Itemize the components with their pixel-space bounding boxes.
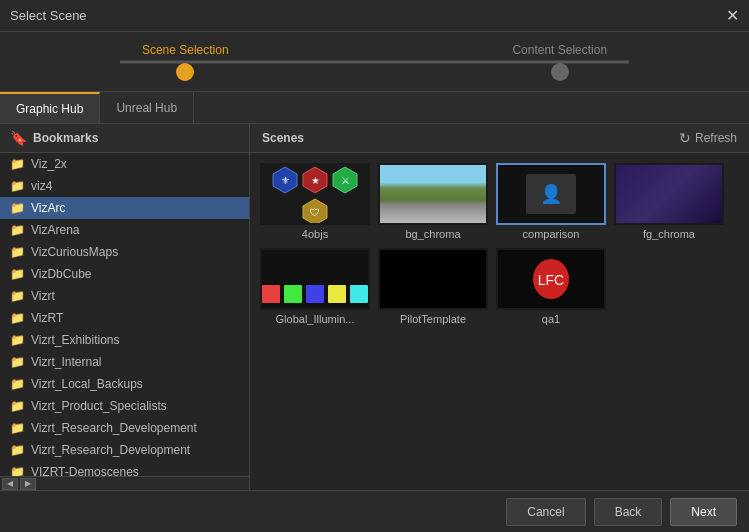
scene-thumb-PilotTemplate[interactable]: PilotTemplate <box>378 248 488 325</box>
sidebar-item-vizarc[interactable]: 📁VizArc <box>0 197 249 219</box>
scene-thumb-img-PilotTemplate <box>378 248 488 310</box>
tab-graphic-hub[interactable]: Graphic Hub <box>0 92 100 123</box>
sidebar-item-vizrt_local_backups[interactable]: 📁Vizrt_Local_Backups <box>0 373 249 395</box>
scenes-label: Scenes <box>262 131 304 145</box>
svg-text:LFC: LFC <box>538 272 564 288</box>
folder-icon: 📁 <box>10 267 25 281</box>
sidebar-scroll-bottom: ◀ ▶ <box>0 476 249 490</box>
tabs-bar: Graphic Hub Unreal Hub <box>0 92 749 124</box>
wizard-bar: Scene Selection Content Selection <box>0 32 749 92</box>
scene-thumb-Global_Illumin...[interactable]: Global_Illumin... <box>260 248 370 325</box>
scene-thumb-img-bg_chroma <box>378 163 488 225</box>
sidebar-item-vizrt[interactable]: 📁VizRT <box>0 307 249 329</box>
scene-thumb-img-4objs: ⚜ ★ ⚔ 🛡 <box>260 163 370 225</box>
folder-icon: 📁 <box>10 245 25 259</box>
scene-thumb-bg_chroma[interactable]: bg_chroma <box>378 163 488 240</box>
wizard-step-2-label: Content Selection <box>512 43 607 57</box>
folder-icon: 📁 <box>10 399 25 413</box>
sidebar-list: 📁Viz_2x📁viz4📁VizArc📁VizArena📁VizCuriousM… <box>0 153 249 476</box>
sidebar-header: 🔖 Bookmarks <box>0 124 249 153</box>
main-content: 🔖 Bookmarks 📁Viz_2x📁viz4📁VizArc📁VizArena… <box>0 124 749 490</box>
scene-thumb-label-qa1: qa1 <box>542 313 560 325</box>
scene-thumb-label-PilotTemplate: PilotTemplate <box>400 313 466 325</box>
scene-thumb-comparison[interactable]: 👤 comparison <box>496 163 606 240</box>
scroll-arrows: ◀ ▶ <box>2 478 36 490</box>
scenes-grid: ⚜ ★ ⚔ 🛡 4objs bg_chroma 👤 comparison <box>250 153 749 490</box>
wizard-step-1-label: Scene Selection <box>142 43 229 57</box>
scene-thumb-img-qa1: LFC <box>496 248 606 310</box>
scene-thumb-img-Global_Illumin... <box>260 248 370 310</box>
sidebar-item-vizrt_research_developement[interactable]: 📁Vizrt_Research_Developement <box>0 417 249 439</box>
bookmark-icon: 🔖 <box>10 130 27 146</box>
footer: Cancel Back Next <box>0 490 749 532</box>
sidebar-item-vizcuriousmaps[interactable]: 📁VizCuriousMaps <box>0 241 249 263</box>
scene-thumb-img-comparison: 👤 <box>496 163 606 225</box>
scene-thumb-4objs[interactable]: ⚜ ★ ⚔ 🛡 4objs <box>260 163 370 240</box>
sidebar-item-vizdbcube[interactable]: 📁VizDbCube <box>0 263 249 285</box>
folder-icon: 📁 <box>10 311 25 325</box>
tab-unreal-hub[interactable]: Unreal Hub <box>100 92 194 123</box>
folder-icon: 📁 <box>10 289 25 303</box>
sidebar-item-viz_2x[interactable]: 📁Viz_2x <box>0 153 249 175</box>
svg-text:⚔: ⚔ <box>341 175 350 186</box>
wizard-dot-1 <box>176 63 194 81</box>
folder-icon: 📁 <box>10 333 25 347</box>
scene-thumb-label-4objs: 4objs <box>302 228 328 240</box>
refresh-icon: ↻ <box>679 130 691 146</box>
scene-thumb-label-bg_chroma: bg_chroma <box>405 228 460 240</box>
scroll-right-btn[interactable]: ▶ <box>20 478 36 490</box>
sidebar-item-vizarena[interactable]: 📁VizArena <box>0 219 249 241</box>
sidebar: 🔖 Bookmarks 📁Viz_2x📁viz4📁VizArc📁VizArena… <box>0 124 250 490</box>
bookmarks-label: Bookmarks <box>33 131 98 145</box>
close-button[interactable]: ✕ <box>726 6 739 25</box>
folder-icon: 📁 <box>10 179 25 193</box>
sidebar-item-vizrt[interactable]: 📁Vizrt <box>0 285 249 307</box>
folder-icon: 📁 <box>10 355 25 369</box>
refresh-label: Refresh <box>695 131 737 145</box>
scroll-left-btn[interactable]: ◀ <box>2 478 18 490</box>
sidebar-item-viz4[interactable]: 📁viz4 <box>0 175 249 197</box>
folder-icon: 📁 <box>10 201 25 215</box>
svg-text:★: ★ <box>311 175 320 186</box>
sidebar-item-vizrt_exhibitions[interactable]: 📁Vizrt_Exhibitions <box>0 329 249 351</box>
scene-thumb-label-fg_chroma: fg_chroma <box>643 228 695 240</box>
folder-icon: 📁 <box>10 377 25 391</box>
back-button[interactable]: Back <box>594 498 663 526</box>
svg-text:🛡: 🛡 <box>310 207 320 218</box>
folder-icon: 📁 <box>10 465 25 476</box>
scene-thumb-fg_chroma[interactable]: fg_chroma <box>614 163 724 240</box>
scene-thumb-label-Global_Illumin...: Global_Illumin... <box>276 313 355 325</box>
folder-icon: 📁 <box>10 443 25 457</box>
wizard-step-2: Content Selection <box>512 43 607 81</box>
folder-icon: 📁 <box>10 421 25 435</box>
dialog-title: Select Scene <box>10 8 87 23</box>
sidebar-item-vizrt-demoscenes[interactable]: 📁VIZRT-Demoscenes <box>0 461 249 476</box>
scene-thumb-img-fg_chroma <box>614 163 724 225</box>
sidebar-item-vizrt_product_specialists[interactable]: 📁Vizrt_Product_Specialists <box>0 395 249 417</box>
title-bar: Select Scene ✕ <box>0 0 749 32</box>
refresh-button[interactable]: ↻ Refresh <box>679 130 737 146</box>
svg-text:⚜: ⚜ <box>281 175 290 186</box>
scene-thumb-qa1[interactable]: LFC qa1 <box>496 248 606 325</box>
scenes-header: Scenes ↻ Refresh <box>250 124 749 153</box>
wizard-step-1: Scene Selection <box>142 43 229 81</box>
next-button[interactable]: Next <box>670 498 737 526</box>
scene-thumb-label-comparison: comparison <box>523 228 580 240</box>
cancel-button[interactable]: Cancel <box>506 498 585 526</box>
folder-icon: 📁 <box>10 223 25 237</box>
wizard-dot-2 <box>551 63 569 81</box>
sidebar-item-vizrt_internal[interactable]: 📁Vizrt_Internal <box>0 351 249 373</box>
sidebar-item-vizrt_research_development[interactable]: 📁Vizrt_Research_Development <box>0 439 249 461</box>
scenes-panel: Scenes ↻ Refresh ⚜ ★ ⚔ 🛡 4objs <box>250 124 749 490</box>
folder-icon: 📁 <box>10 157 25 171</box>
